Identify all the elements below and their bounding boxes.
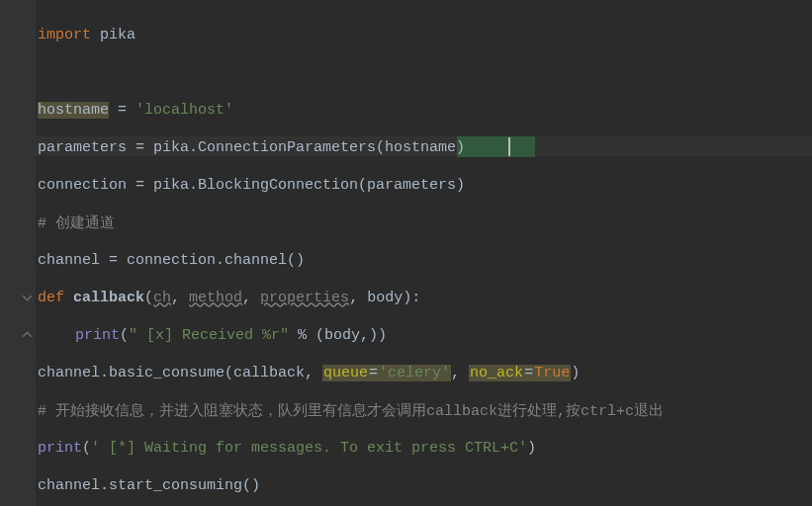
text: channel.start_consuming() xyxy=(38,477,260,494)
code-line[interactable]: channel.basic_consume(callback, queue='c… xyxy=(36,354,812,391)
arg-hostname: hostname xyxy=(385,139,456,156)
code-area[interactable]: import pika hostname = 'localhost' param… xyxy=(36,0,812,506)
sep: , xyxy=(451,365,469,381)
keyword-import: import xyxy=(38,27,91,43)
text: connection = pika.BlockingConnection(par… xyxy=(38,177,465,194)
code-line[interactable]: print(" [x] Received %r" % (body,)) xyxy=(36,316,812,354)
code-line[interactable]: parameters = pika.ConnectionParameters(h… xyxy=(36,128,812,166)
builtin-print: print xyxy=(75,327,120,344)
op-eq: = xyxy=(369,365,378,381)
module-name: pika xyxy=(91,27,135,43)
code-line[interactable]: channel = connection.channel() xyxy=(36,241,812,279)
code-line[interactable]: connection = pika.BlockingConnection(par… xyxy=(36,166,812,204)
func-name: callback xyxy=(73,290,144,306)
builtin-print: print xyxy=(38,440,82,457)
text: parameters = pika.ConnectionParameters( xyxy=(38,139,385,156)
text: channel = connection.channel() xyxy=(38,252,305,269)
kwarg-noack: no_ack xyxy=(469,365,524,381)
fold-open-icon[interactable] xyxy=(22,293,33,303)
text: % (body,)) xyxy=(289,327,387,344)
code-line[interactable]: import pika xyxy=(36,16,812,53)
text: , body): xyxy=(349,290,420,306)
code-line[interactable]: def callback(ch, method, properties, bod… xyxy=(36,279,812,316)
gutter xyxy=(0,0,36,506)
param-method: method xyxy=(189,290,242,306)
paren: ( xyxy=(82,440,91,457)
code-line[interactable]: channel.start_consuming() xyxy=(36,466,812,504)
code-line[interactable]: # 创建通道 xyxy=(36,204,812,241)
comment: # 开始接收信息，并进入阻塞状态，队列里有信息才会调用callback进行处理,… xyxy=(38,401,664,420)
paren: ( xyxy=(144,290,153,306)
comment: # 创建通道 xyxy=(38,213,115,232)
op-eq: = xyxy=(524,365,533,381)
string-localhost: 'localhost' xyxy=(135,102,233,119)
paren: ) xyxy=(527,440,536,457)
sep: , xyxy=(171,290,189,306)
code-line[interactable]: hostname = 'localhost' xyxy=(36,91,812,128)
string-waiting: ' [*] Waiting for messages. To exit pres… xyxy=(91,440,527,457)
op-eq: = xyxy=(109,102,135,119)
paren: ( xyxy=(120,327,129,344)
param-ch: ch xyxy=(153,290,171,306)
code-editor[interactable]: import pika hostname = 'localhost' param… xyxy=(0,0,812,506)
kwarg-queue: queue xyxy=(322,365,369,381)
paren: ) xyxy=(571,365,580,381)
fold-end-icon[interactable] xyxy=(22,329,33,340)
sep: , xyxy=(242,290,260,306)
text: channel.basic_consume(callback, xyxy=(38,365,322,381)
var-hostname: hostname xyxy=(38,102,109,119)
string-fmt: " [x] Received %r" xyxy=(129,327,289,344)
paren: ) xyxy=(456,139,465,156)
str-celery: 'celery' xyxy=(378,365,451,381)
param-properties: properties xyxy=(260,290,349,306)
code-line[interactable]: # 开始接收信息，并进入阻塞状态，队列里有信息才会调用callback进行处理,… xyxy=(36,391,812,429)
code-line[interactable]: print(' [*] Waiting for messages. To exi… xyxy=(36,429,812,466)
keyword-def: def xyxy=(38,290,73,306)
bool-true: True xyxy=(533,365,571,381)
